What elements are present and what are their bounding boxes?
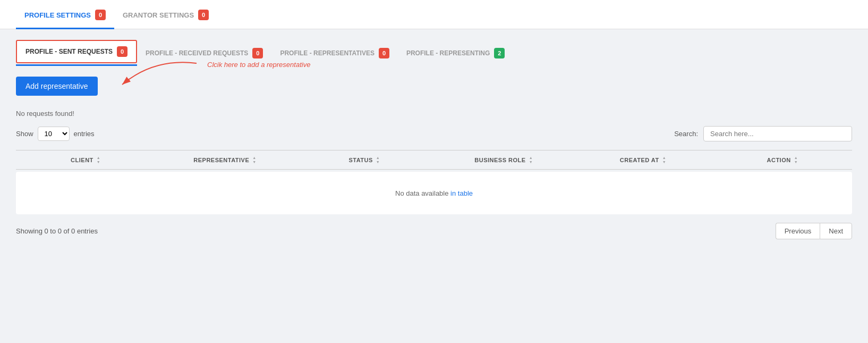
- tab-profile-settings-label: PROFILE SETTINGS: [24, 11, 91, 19]
- col-created-at[interactable]: CREATED AT: [573, 156, 712, 164]
- col-representative-label: REPRESENTATIVE: [193, 157, 249, 163]
- no-requests-message: No requests found!: [16, 110, 852, 118]
- no-data-message: No data available in table: [395, 189, 473, 197]
- col-client[interactable]: CLIENT: [16, 156, 155, 164]
- col-representative[interactable]: REPRESENTATIVE: [155, 156, 294, 164]
- sub-tab-representatives-label: PROFILE - REPRESENTATIVES: [280, 49, 375, 57]
- top-tab-bar: PROFILE SETTINGS 0 GRANTOR SETTINGS 0: [0, 0, 868, 29]
- sub-tab-representing[interactable]: PROFILE - REPRESENTING 2: [398, 43, 513, 64]
- show-label: Show: [16, 130, 33, 138]
- sub-tab-received-requests-badge: 0: [252, 48, 263, 58]
- tab-profile-settings-badge: 0: [95, 10, 106, 20]
- col-status[interactable]: STATUS: [295, 156, 434, 164]
- search-right: Search:: [674, 126, 852, 141]
- main-content: PROFILE - SENT REQUESTS 0 PROFILE - RECE…: [0, 29, 868, 338]
- sub-tab-sent-requests-wrapper: PROFILE - SENT REQUESTS 0: [16, 40, 137, 66]
- next-button[interactable]: Next: [820, 223, 852, 239]
- previous-button[interactable]: Previous: [776, 223, 820, 239]
- sub-tab-sent-requests[interactable]: PROFILE - SENT REQUESTS 0: [16, 40, 137, 63]
- tab-grantor-settings-label: GRANTOR SETTINGS: [123, 11, 194, 19]
- tab-grantor-settings[interactable]: GRANTOR SETTINGS 0: [114, 0, 217, 29]
- col-business-role[interactable]: BUSINESS ROLE: [434, 156, 573, 164]
- col-business-role-label: BUSINESS ROLE: [474, 157, 525, 163]
- col-created-at-sort-icon: [662, 156, 666, 164]
- sub-tab-representing-label: PROFILE - REPRESENTING: [406, 49, 490, 57]
- col-client-label: CLIENT: [71, 157, 93, 163]
- sub-tab-sent-requests-label: PROFILE - SENT REQUESTS: [25, 48, 113, 55]
- no-data-in-text: in table: [450, 189, 473, 197]
- table-container: CLIENT REPRESENTATIVE STATUS BUSINESS RO…: [16, 150, 852, 214]
- pagination: Previous Next: [776, 223, 852, 239]
- col-action-label: ACTION: [767, 157, 791, 163]
- entries-search-row: Show 10 25 50 100 entries Search:: [16, 126, 852, 141]
- sub-tab-representatives-badge: 0: [379, 48, 389, 58]
- bottom-row: Showing 0 to 0 of 0 entries Previous Nex…: [16, 223, 852, 239]
- col-status-label: STATUS: [348, 157, 372, 163]
- sub-tab-active-underline: [16, 64, 137, 66]
- sub-tab-received-requests-label: PROFILE - RECEIVED REQUESTS: [146, 49, 248, 57]
- sub-tab-representing-badge: 2: [494, 48, 505, 58]
- search-label: Search:: [674, 130, 698, 138]
- search-input[interactable]: [703, 126, 852, 141]
- table-header: CLIENT REPRESENTATIVE STATUS BUSINESS RO…: [16, 150, 852, 170]
- sub-tab-bar: PROFILE - SENT REQUESTS 0 PROFILE - RECE…: [16, 40, 852, 66]
- col-action-sort-icon: [794, 156, 798, 164]
- table-body: No data available in table: [16, 172, 852, 214]
- showing-entries-text: Showing 0 to 0 of 0 entries: [16, 227, 98, 235]
- col-action[interactable]: ACTION: [713, 156, 852, 164]
- col-business-role-sort-icon: [529, 156, 533, 164]
- col-created-at-label: CREATED AT: [620, 157, 659, 163]
- col-representative-sort-icon: [252, 156, 256, 164]
- col-status-sort-icon: [376, 156, 380, 164]
- entries-select[interactable]: 10 25 50 100: [38, 127, 70, 141]
- col-client-sort-icon: [97, 156, 100, 164]
- entries-label: entries: [74, 130, 95, 138]
- tab-profile-settings[interactable]: PROFILE SETTINGS 0: [16, 0, 114, 29]
- annotation-text: Clcik here to add a representative: [207, 61, 310, 69]
- sub-tab-sent-requests-badge: 0: [117, 46, 127, 57]
- show-entries-left: Show 10 25 50 100 entries: [16, 127, 95, 141]
- add-representative-button[interactable]: Add representative: [16, 77, 98, 96]
- tab-grantor-settings-badge: 0: [198, 10, 209, 20]
- annotation-area: Add representative Clcik here to add a r…: [16, 77, 852, 104]
